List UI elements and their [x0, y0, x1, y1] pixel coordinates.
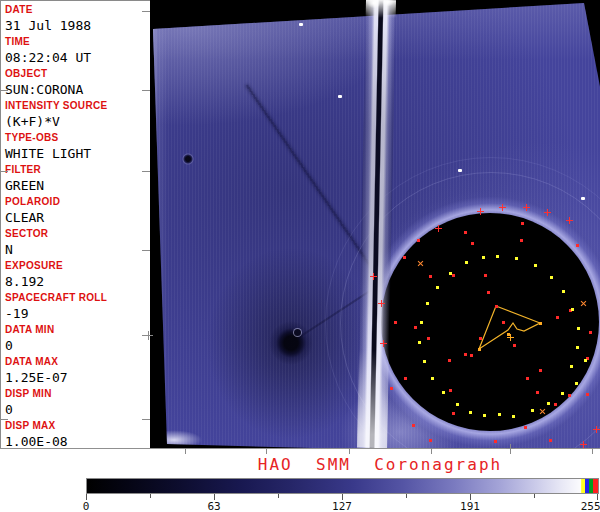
- red-square-marker: [495, 305, 498, 308]
- yellow-marker: [512, 415, 515, 418]
- field-value: SUN:CORONA: [5, 80, 150, 99]
- bottom-axis-tick: [185, 448, 186, 454]
- annotation-overlay: [150, 0, 600, 448]
- yellow-marker: [550, 276, 553, 279]
- yellow-marker: [469, 411, 472, 414]
- field-value: N: [5, 240, 150, 259]
- red-plus-marker: [435, 225, 442, 232]
- field-value: 8.192: [5, 272, 150, 291]
- field-value: 0: [5, 336, 150, 355]
- white-speck-marker: [338, 95, 342, 98]
- sidebar-field: POLAROID CLEAR: [5, 195, 150, 227]
- field-label: SECTOR: [5, 227, 150, 240]
- red-square-marker: [520, 239, 523, 242]
- red-square-marker: [452, 412, 455, 415]
- feature-outline-polygon: [479, 306, 540, 349]
- field-label: POLAROID: [5, 195, 150, 208]
- field-label: EXPOSURE: [5, 259, 150, 272]
- yellow-marker: [575, 382, 578, 385]
- image-axis-tick: [142, 250, 150, 251]
- red-square-marker: [403, 256, 406, 259]
- red-square-marker: [394, 321, 397, 324]
- image-axis-tick: [142, 11, 150, 12]
- metadata-sidebar: DATE 31 Jul 1988 TIME 08:22:04 UT OBJECT…: [0, 0, 150, 448]
- red-square-marker: [568, 394, 571, 397]
- bottom-axis-tick: [266, 448, 267, 454]
- red-square-marker: [586, 393, 589, 396]
- sidebar-field: DATA MAX 1.25E-07: [5, 355, 150, 387]
- red-square-marker: [556, 316, 559, 319]
- red-square-marker: [464, 231, 467, 234]
- field-value: 1.00E-08: [5, 432, 150, 448]
- sidebar-field: DATE 31 Jul 1988: [5, 3, 150, 35]
- sidebar-field: SECTOR N: [5, 227, 150, 259]
- colorbar-tick-label: 63: [207, 500, 220, 512]
- yellow-marker: [570, 365, 573, 368]
- field-label: INTENSITY SOURCE: [5, 99, 150, 112]
- yellow-marker: [562, 290, 565, 293]
- red-square-marker: [524, 426, 527, 429]
- field-label: OBJECT: [5, 67, 150, 80]
- field-value: 0: [5, 400, 150, 419]
- yellow-marker: [498, 413, 501, 416]
- coronagraph-viewer-window: DATE 31 Jul 1988 TIME 08:22:04 UT OBJECT…: [0, 0, 600, 512]
- field-value: 1.25E-07: [5, 368, 150, 387]
- orange-marker: [478, 348, 481, 351]
- yellow-marker: [465, 261, 468, 264]
- axis-cross-mark: [144, 331, 153, 340]
- red-square-marker: [470, 354, 473, 357]
- red-square-marker: [521, 222, 524, 225]
- image-axis-tick: [142, 419, 150, 420]
- yellow-marker: [534, 264, 537, 267]
- sidebar-field: SPACECRAFT ROLL -19: [5, 291, 150, 323]
- yellow-marker: [456, 403, 459, 406]
- yellow-marker: [515, 257, 518, 260]
- red-square-marker: [549, 439, 552, 442]
- red-square-marker: [429, 439, 432, 442]
- white-speck-marker: [581, 197, 585, 200]
- field-value: 31 Jul 1988: [5, 16, 150, 35]
- yellow-marker: [418, 341, 421, 344]
- yellow-marker: [423, 360, 426, 363]
- sidebar-fields: DATE 31 Jul 1988 TIME 08:22:04 UT OBJECT…: [5, 3, 150, 448]
- yellow-marker: [496, 255, 499, 258]
- colorbar-minor-tick: [278, 494, 279, 498]
- colorbar-tick-label: 191: [460, 500, 480, 512]
- red-plus-marker: [523, 204, 530, 211]
- red-square-marker: [417, 239, 420, 242]
- red-plus-marker: [593, 426, 600, 433]
- yellow-marker: [584, 359, 587, 362]
- sidebar-field: TIME 08:22:04 UT: [5, 35, 150, 67]
- axis-cross-mark: [506, 444, 515, 453]
- colorbar-tick-label: 0: [83, 500, 90, 512]
- yellow-marker: [420, 321, 423, 324]
- white-speck-marker: [458, 169, 462, 172]
- field-value: -19: [5, 304, 150, 323]
- field-value: CLEAR: [5, 208, 150, 227]
- yellow-marker: [449, 272, 452, 275]
- coronagraph-image-panel: [150, 0, 600, 448]
- red-square-marker: [513, 344, 516, 347]
- field-label: DATA MIN: [5, 323, 150, 336]
- red-plus-marker: [477, 208, 484, 215]
- bottom-axis-tick: [349, 448, 350, 454]
- red-square-marker: [589, 331, 592, 334]
- field-value: 08:22:04 UT: [5, 48, 150, 67]
- yellow-marker: [571, 308, 574, 311]
- red-square-marker: [502, 321, 505, 324]
- white-speck-marker: [299, 23, 303, 26]
- red-square-marker: [554, 403, 557, 406]
- red-square-marker: [464, 353, 467, 356]
- yellow-marker: [576, 346, 579, 349]
- field-label: DISP MAX: [5, 419, 150, 432]
- red-square-marker: [471, 242, 474, 245]
- red-plus-marker: [378, 300, 385, 307]
- red-plus-marker: [544, 209, 551, 216]
- red-square-marker: [390, 387, 393, 390]
- red-plus-marker: [566, 217, 573, 224]
- red-square-marker: [536, 391, 539, 394]
- red-plus-marker: [499, 204, 506, 211]
- intensity-colorbar: [86, 478, 599, 494]
- sidebar-field: FILTER GREEN: [5, 163, 150, 195]
- red-plus-marker: [580, 441, 587, 448]
